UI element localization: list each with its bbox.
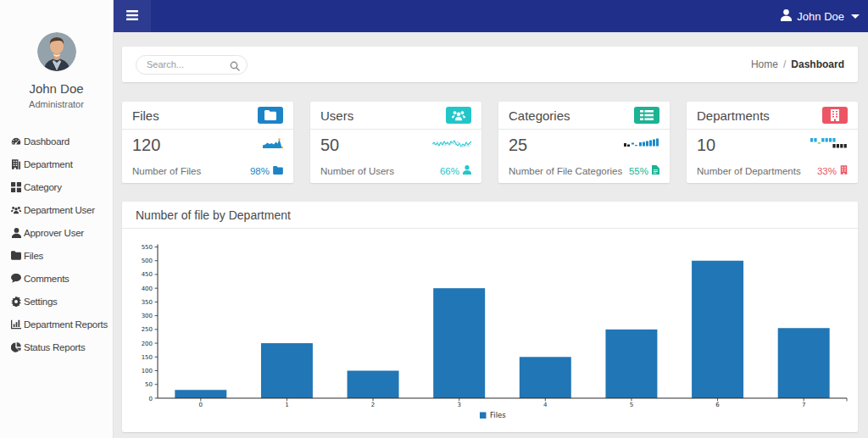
categories-sparkline [624, 137, 659, 152]
sidebar-user-panel: John Doe Administrator [0, 0, 113, 109]
dashboard-icon [11, 136, 21, 147]
sidebar-toggle-button[interactable] [114, 0, 151, 32]
svg-text:350: 350 [142, 299, 153, 306]
sidebar-item-label: Department User [24, 205, 95, 215]
chart-title: Number of file by Department [136, 208, 291, 222]
stat-card-header: Users [310, 102, 481, 130]
stat-label: Number of File Categories [509, 166, 622, 176]
sidebar-item-approver-user[interactable]: Approver User [0, 221, 113, 244]
top-navbar: John Doe [114, 0, 868, 32]
sidebar-item-label: Files [24, 251, 43, 261]
svg-text:300: 300 [142, 313, 153, 319]
stat-card-body: 10 [687, 130, 858, 183]
stat-card-header: Departments [687, 102, 858, 130]
stat-percent-value: 55% [629, 166, 648, 176]
stat-card-body: 50 Number of Users 66% [310, 130, 481, 183]
sidebar-item-comments[interactable]: Comments [0, 267, 113, 290]
stat-card-title: Categories [509, 108, 570, 123]
breadcrumb: Home / Dashboard [751, 58, 844, 70]
file-icon [652, 165, 659, 176]
pie-chart-icon [11, 341, 21, 352]
stat-card-users: Users 50 Number of Users [310, 102, 481, 183]
building-icon [11, 158, 21, 169]
user-icon [781, 9, 792, 24]
svg-text:450: 450 [142, 271, 153, 278]
stat-label: Number of Files [132, 166, 201, 176]
svg-text:50: 50 [145, 381, 153, 388]
gear-icon [11, 296, 21, 307]
stat-value: 120 [132, 136, 160, 154]
svg-text:0: 0 [199, 402, 203, 408]
svg-text:250: 250 [142, 326, 153, 333]
chart-card: Number of file by Department 05010015020… [122, 202, 858, 432]
svg-text:6: 6 [715, 402, 720, 408]
stat-card-files: Files 120 Number [122, 102, 293, 183]
sidebar-item-department-user[interactable]: Department User [0, 198, 113, 221]
stat-percent: 98% [250, 166, 283, 176]
svg-text:550: 550 [142, 244, 153, 251]
svg-text:2: 2 [371, 402, 375, 408]
sidebar: John Doe Administrator Dashboard Departm… [0, 0, 114, 438]
sidebar-item-settings[interactable]: Settings [0, 290, 113, 313]
hamburger-icon [126, 10, 138, 23]
main-content: Home / Dashboard Files 120 [114, 32, 868, 438]
stat-value: 25 [509, 136, 527, 154]
stat-card-departments: Departments 10 [687, 102, 858, 183]
search-icon[interactable] [230, 59, 240, 75]
stat-card-categories: Categories 25 [498, 102, 670, 183]
departments-sparkline [810, 137, 848, 152]
svg-text:400: 400 [142, 286, 153, 292]
sidebar-item-department-reports[interactable]: Department Reports [0, 313, 113, 335]
users-icon [11, 204, 21, 215]
stat-percent-value: 33% [817, 166, 837, 176]
user-icon [463, 165, 471, 176]
svg-text:0: 0 [149, 396, 153, 402]
chart-body: 0501001502002503003504004505005500123456… [122, 229, 858, 432]
user-dropdown[interactable]: John Doe [781, 9, 860, 24]
sidebar-item-label: Category [24, 182, 62, 192]
files-sparkline [263, 137, 283, 152]
svg-text:7: 7 [802, 402, 805, 408]
bar-chart-icon [11, 319, 21, 330]
svg-text:100: 100 [142, 368, 153, 374]
stat-percent: 55% [629, 165, 659, 176]
sidebar-menu: Dashboard Department Category Department… [0, 130, 113, 358]
svg-text:500: 500 [142, 258, 153, 264]
svg-text:1: 1 [285, 402, 288, 408]
sidebar-item-label: Approver User [24, 228, 84, 238]
stat-card-body: 25 [498, 130, 670, 183]
sidebar-item-category[interactable]: Category [0, 175, 113, 198]
breadcrumb-separator: / [783, 58, 786, 70]
sidebar-item-files[interactable]: Files [0, 244, 113, 267]
stat-value: 50 [320, 136, 339, 154]
toolbar-panel: Home / Dashboard [122, 47, 858, 82]
sidebar-user-role: Administrator [0, 99, 113, 109]
search-box [136, 55, 248, 75]
svg-text:Files: Files [490, 411, 506, 419]
svg-text:200: 200 [142, 341, 153, 347]
folder-icon [11, 250, 21, 261]
building-icon [822, 107, 848, 124]
breadcrumb-home[interactable]: Home [751, 58, 778, 70]
stat-card-header: Files [122, 102, 293, 130]
building-icon [840, 165, 848, 176]
svg-text:4: 4 [543, 402, 548, 408]
sidebar-item-dashboard[interactable]: Dashboard [0, 130, 113, 152]
sidebar-item-status-reports[interactable]: Status Reports [0, 335, 113, 358]
user-icon [11, 227, 21, 238]
avatar [37, 32, 76, 71]
stat-percent: 66% [440, 165, 471, 176]
comment-icon [11, 273, 21, 284]
stat-card-title: Files [132, 108, 159, 123]
chevron-down-icon [851, 14, 860, 19]
folder-icon [273, 166, 283, 176]
svg-text:3: 3 [457, 402, 460, 408]
stat-value: 10 [697, 136, 715, 154]
sidebar-item-label: Department [24, 159, 73, 169]
sidebar-item-department[interactable]: Department [0, 152, 113, 175]
sidebar-item-label: Status Reports [24, 342, 86, 352]
user-dropdown-name: John Doe [797, 10, 844, 23]
sidebar-user-name: John Doe [0, 81, 113, 96]
grid-icon [11, 181, 21, 192]
stat-cards-row: Files 120 Number [122, 102, 858, 183]
